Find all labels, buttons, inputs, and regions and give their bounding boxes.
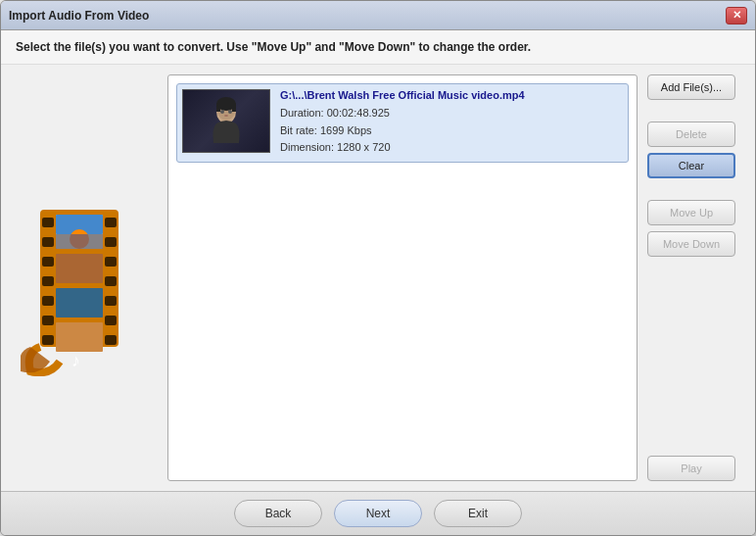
play-button[interactable]: Play bbox=[647, 456, 735, 481]
svg-rect-18 bbox=[56, 234, 103, 249]
file-meta: Duration: 00:02:48.925Bit rate: 1699 Kbp… bbox=[280, 105, 623, 157]
svg-point-29 bbox=[228, 110, 232, 114]
right-panel: Add File(s)... Delete Clear Move Up Move… bbox=[647, 74, 745, 481]
title-bar: Import Audio From Video ✕ bbox=[1, 1, 755, 30]
svg-rect-5 bbox=[42, 296, 54, 306]
svg-rect-8 bbox=[105, 218, 117, 227]
window-title: Import Audio From Video bbox=[9, 9, 149, 23]
file-item[interactable]: G:\...\Brent Walsh Free Official Music v… bbox=[176, 83, 629, 163]
svg-rect-12 bbox=[105, 296, 117, 306]
center-panel: G:\...\Brent Walsh Free Official Music v… bbox=[167, 74, 638, 481]
delete-button[interactable]: Delete bbox=[647, 122, 735, 147]
svg-point-30 bbox=[224, 115, 228, 117]
next-button[interactable]: Next bbox=[334, 500, 422, 527]
left-panel: ♪ bbox=[11, 74, 158, 481]
svg-rect-13 bbox=[105, 316, 117, 325]
svg-rect-21 bbox=[56, 322, 103, 352]
svg-rect-3 bbox=[42, 257, 54, 267]
svg-rect-27 bbox=[232, 104, 236, 112]
svg-rect-4 bbox=[42, 276, 54, 286]
add-files-button[interactable]: Add File(s)... bbox=[647, 74, 735, 100]
instruction-bar: Select the file(s) you want to convert. … bbox=[1, 30, 755, 65]
close-button[interactable]: ✕ bbox=[726, 7, 747, 24]
exit-button[interactable]: Exit bbox=[434, 500, 522, 527]
move-down-button[interactable]: Move Down bbox=[647, 231, 735, 257]
file-list: G:\...\Brent Walsh Free Official Music v… bbox=[167, 74, 638, 481]
file-thumbnail bbox=[182, 89, 270, 153]
bottom-bar: Back Next Exit bbox=[1, 491, 755, 535]
svg-rect-11 bbox=[105, 276, 117, 286]
move-up-button[interactable]: Move Up bbox=[647, 200, 735, 225]
svg-rect-1 bbox=[42, 218, 54, 227]
main-window: Import Audio From Video ✕ Select the fil… bbox=[0, 0, 756, 536]
svg-rect-26 bbox=[216, 104, 220, 112]
file-path: G:\...\Brent Walsh Free Official Music v… bbox=[280, 89, 623, 101]
file-info: G:\...\Brent Walsh Free Official Music v… bbox=[280, 89, 623, 157]
title-bar-controls: ✕ bbox=[726, 7, 747, 24]
svg-rect-2 bbox=[42, 237, 54, 247]
svg-rect-7 bbox=[42, 335, 54, 345]
svg-rect-6 bbox=[42, 316, 54, 325]
svg-rect-9 bbox=[105, 237, 117, 247]
main-content: ♪ bbox=[1, 65, 755, 491]
back-button[interactable]: Back bbox=[234, 500, 322, 527]
svg-text:♪: ♪ bbox=[71, 351, 80, 370]
clear-button[interactable]: Clear bbox=[647, 153, 735, 178]
svg-rect-14 bbox=[105, 335, 117, 345]
instruction-text: Select the file(s) you want to convert. … bbox=[16, 40, 531, 54]
svg-rect-10 bbox=[105, 257, 117, 267]
svg-rect-19 bbox=[56, 254, 103, 283]
film-reel-icon: ♪ bbox=[21, 180, 148, 376]
svg-point-28 bbox=[220, 110, 224, 114]
svg-rect-20 bbox=[56, 288, 103, 317]
